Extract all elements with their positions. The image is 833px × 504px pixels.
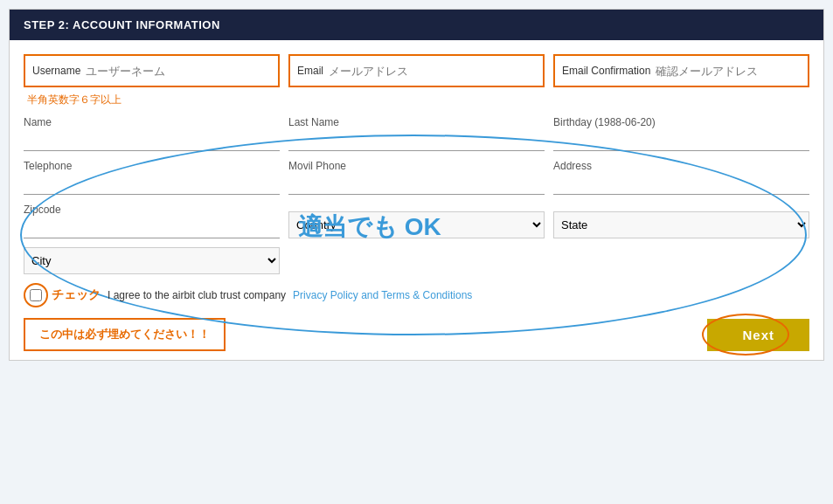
lastname-field: Last Name xyxy=(288,116,545,151)
next-button-wrapper: Next xyxy=(707,319,809,351)
telephone-input[interactable] xyxy=(24,174,280,195)
address-label: Address xyxy=(553,160,809,172)
zipcode-input[interactable] xyxy=(24,217,280,238)
telephone-label: Telephone xyxy=(24,160,280,172)
address-field: Address xyxy=(553,160,809,195)
checkbox-annotation: チェック xyxy=(24,283,101,307)
movil-field: Movil Phone xyxy=(288,160,545,195)
email-confirm-field-box: Email Confirmation xyxy=(553,54,809,87)
birthday-field: Birthday (1988-06-20) xyxy=(553,116,809,151)
checkbox-circle xyxy=(24,283,48,307)
name-label: Name xyxy=(24,116,280,128)
tel-row: Telephone Movil Phone Address xyxy=(24,160,809,195)
name-field: Name xyxy=(24,116,280,151)
form-body: Username Email Email Confirmation 半角英数字６… xyxy=(10,40,823,360)
email-label: Email xyxy=(297,65,323,77)
lastname-input[interactable] xyxy=(288,130,545,151)
bottom-row: この中は必ず埋めてください！！ Next xyxy=(24,318,809,351)
agree-text: I agree to the airbit club trust company xyxy=(108,289,286,301)
state-select[interactable]: State xyxy=(553,211,809,238)
page-container: STEP 2: ACCOUNT INFORMATION Username Ema… xyxy=(9,9,824,361)
email-confirm-input[interactable] xyxy=(656,65,801,78)
email-field-box: Email xyxy=(288,54,545,87)
agree-checkbox[interactable] xyxy=(30,289,42,301)
zipcode-field: Zipcode xyxy=(24,204,280,238)
country-field: Country xyxy=(288,211,545,238)
hint-text: 半角英数字６字以上 xyxy=(27,93,809,107)
city-row: City xyxy=(24,247,809,274)
next-button[interactable]: Next xyxy=(707,319,809,351)
city-field: City xyxy=(24,247,280,274)
zipcode-row: Zipcode Country State xyxy=(24,204,809,238)
state-field: State xyxy=(553,211,809,238)
movil-input[interactable] xyxy=(288,174,545,195)
email-confirm-label: Email Confirmation xyxy=(562,65,650,77)
step-header: STEP 2: ACCOUNT INFORMATION xyxy=(10,10,823,40)
telephone-field: Telephone xyxy=(24,160,280,195)
lastname-label: Last Name xyxy=(288,116,545,128)
city-select[interactable]: City xyxy=(24,247,280,274)
step-title: STEP 2: ACCOUNT INFORMATION xyxy=(24,18,220,31)
orange-fields-row: Username Email Email Confirmation xyxy=(24,54,809,87)
movil-label: Movil Phone xyxy=(288,160,545,172)
country-select[interactable]: Country xyxy=(288,211,545,238)
birthday-label: Birthday (1988-06-20) xyxy=(553,116,809,128)
address-input[interactable] xyxy=(553,174,809,195)
birthday-input[interactable] xyxy=(553,130,809,151)
check-jp-label: チェック xyxy=(52,287,101,303)
email-input[interactable] xyxy=(329,65,536,78)
username-label: Username xyxy=(32,65,80,77)
policy-link[interactable]: Privacy Policy and Terms & Conditions xyxy=(293,289,472,301)
checkbox-row: チェック I agree to the airbit club trust co… xyxy=(24,283,809,307)
name-row: Name Last Name Birthday (1988-06-20) xyxy=(24,116,809,151)
zipcode-label: Zipcode xyxy=(24,204,280,216)
username-input[interactable] xyxy=(86,65,271,78)
fill-notice: この中は必ず埋めてください！！ xyxy=(24,318,226,351)
username-field-box: Username xyxy=(24,54,280,87)
name-input[interactable] xyxy=(24,130,280,151)
